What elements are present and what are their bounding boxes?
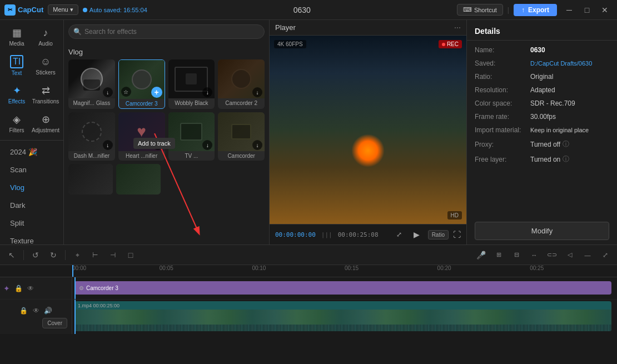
search-bar: 🔍: [64, 20, 269, 43]
autosave-text: Auto saved: 16:55:04: [89, 7, 147, 13]
shortcut-label: Shortcut: [474, 7, 497, 13]
tool-adjustment[interactable]: ⊕ Adjustment: [31, 109, 60, 138]
tracks-area: ✦ 🔒 👁 ⚙ Camcorder 3 🔒: [0, 277, 617, 334]
close-button[interactable]: ✕: [597, 4, 613, 16]
timeline-toolbar: ↖ ↺ ↻ ⌖ ⊢ ⊣ □ 🎤 ⊞ ⊟ ↔ ⊂⊃ ◁ — ⤢: [0, 245, 617, 265]
player-menu-icon[interactable]: ⋯: [454, 24, 461, 32]
play-button[interactable]: ▶: [410, 228, 424, 241]
tl-btn-3[interactable]: ↔: [527, 248, 541, 262]
download-icon-camcorder[interactable]: ↓: [252, 140, 262, 150]
shortcut-button[interactable]: ⌨ Shortcut: [457, 4, 503, 16]
player-video: 4K 60FPS REC HD: [270, 36, 466, 224]
expand-button[interactable]: ⤢: [392, 228, 406, 241]
minimize-button[interactable]: ─: [561, 4, 577, 16]
audio-icon-video[interactable]: 🔊: [43, 306, 53, 316]
tool-transitions[interactable]: ⇄ Transitions: [31, 80, 60, 109]
tool-media[interactable]: ▦ Media: [2, 22, 31, 51]
ratio-button[interactable]: Ratio: [428, 230, 449, 240]
effect-card-camcorder-2[interactable]: ↓ Camcorder 2: [218, 59, 265, 109]
playhead-effect: [74, 277, 76, 299]
trim-right-button[interactable]: ⊣: [106, 248, 120, 262]
sidebar-item-scan[interactable]: Scan: [3, 161, 60, 178]
detail-label-ratio: Ratio:: [475, 73, 530, 81]
sidebar-item-vlog[interactable]: Vlog: [3, 179, 60, 196]
download-icon-heart[interactable]: ↓: [153, 140, 163, 150]
video-track-bar[interactable]: 1.mp4 00:00:25:00: [74, 301, 611, 331]
left-sidebar: ▦ Media ♪ Audio TI Text ☺ Stickers ✦ Eff…: [0, 20, 64, 245]
download-icon-camcorder2[interactable]: ↓: [252, 87, 262, 97]
player-title: Player: [275, 23, 296, 32]
effects-icon: ✦: [13, 84, 21, 97]
detail-value-freelayer: Turned on: [530, 156, 560, 163]
effect-card-camcorder-3[interactable]: ☆ + Camcorder 3: [118, 59, 165, 109]
effect-card-magnif-glass[interactable]: ↓ Magnif... Glass: [68, 59, 115, 109]
eye-icon-video[interactable]: 👁: [31, 306, 41, 316]
detail-label-colorspace: Color space:: [475, 99, 530, 107]
window-controls: ─ □ ✕: [561, 4, 613, 16]
lock-icon-video[interactable]: 🔒: [19, 306, 29, 316]
effect-thumb-extra1: [68, 164, 113, 195]
effect-card-tv[interactable]: ↓ TV ...: [168, 112, 215, 161]
autosave-status: Auto saved: 16:55:04: [83, 7, 147, 13]
video-track-filename: 1.mp4 00:00:25:00: [78, 303, 120, 308]
export-button[interactable]: ↑ Export: [514, 4, 557, 16]
freelayer-info-icon[interactable]: ⓘ: [563, 154, 569, 164]
tl-btn-2[interactable]: ⊟: [509, 248, 524, 262]
effect-card-dash-mnifier[interactable]: ↓ Dash M...nifier: [68, 112, 115, 161]
detail-row-colorspace: Color space: SDR - Rec.709: [475, 99, 609, 107]
download-icon-dash[interactable]: ↓: [103, 140, 113, 150]
download-icon-magnif[interactable]: ↓: [103, 87, 113, 97]
modify-button[interactable]: Modify: [475, 222, 609, 240]
select-tool-button[interactable]: ↖: [4, 248, 19, 262]
autosave-dot: [83, 8, 87, 12]
tl-btn-4[interactable]: ⊂⊃: [545, 248, 559, 262]
cover-btn[interactable]: Cover: [42, 318, 67, 328]
sidebar-item-texture[interactable]: Texture: [3, 232, 60, 245]
microphone-button[interactable]: 🎤: [474, 248, 488, 262]
tl-btn-6[interactable]: —: [580, 248, 595, 262]
logo-text: CapCut: [18, 6, 43, 14]
topbar-right: ⌨ Shortcut | ↑ Export ─ □ ✕: [457, 4, 613, 16]
menu-button[interactable]: Menu ▾: [48, 4, 78, 15]
video-track-content: 1.mp4 00:00:25:00: [72, 300, 617, 334]
search-input[interactable]: [68, 24, 265, 39]
star-icon-camcorder3[interactable]: ☆: [121, 87, 131, 97]
tool-text[interactable]: TI Text: [2, 51, 31, 80]
tool-text-label: Text: [12, 70, 22, 76]
details-panel: Details Name: 0630 Saved: D:/CapCut Draf…: [467, 20, 617, 245]
effect-label-camcorder-2: Camcorder 2: [218, 98, 265, 108]
tl-btn-5[interactable]: ◁: [563, 248, 577, 262]
effect-card-wobbly-black[interactable]: ↓ Wobbly Black: [168, 59, 215, 109]
trim-left-button[interactable]: ⊢: [88, 248, 102, 262]
tool-filters[interactable]: ◈ Filters: [2, 109, 31, 138]
tool-effects[interactable]: ✦ Effects: [2, 80, 31, 109]
sidebar-item-2024[interactable]: 2024 🎉: [3, 143, 60, 161]
tl-btn-1[interactable]: ⊞: [491, 248, 506, 262]
proxy-info-icon[interactable]: ⓘ: [563, 139, 569, 149]
lock-icon-effect[interactable]: 🔒: [13, 283, 23, 293]
tool-stickers[interactable]: ☺ Stickers: [31, 51, 60, 80]
add-icon-camcorder3[interactable]: +: [151, 87, 162, 98]
effect-card-extra1[interactable]: [68, 164, 113, 195]
timeline-content: 00:00 00:05 00:10 00:15 00:20 00:25 ✦ 🔒 …: [0, 265, 617, 364]
maximize-button[interactable]: □: [579, 4, 595, 16]
undo-button[interactable]: ↺: [28, 248, 43, 262]
effect-card-camcorder[interactable]: ↓ Camcorder: [218, 112, 265, 161]
effect-card-heart-mnifier[interactable]: ♥ ↓ Heart ...nifier: [118, 112, 165, 161]
sidebar-item-dark[interactable]: Dark: [3, 197, 60, 214]
eye-icon-effect[interactable]: 👁: [26, 283, 36, 293]
split-button[interactable]: ⌖: [70, 248, 84, 262]
effect-card-extra2[interactable]: [116, 164, 161, 195]
delete-button[interactable]: □: [123, 248, 138, 262]
tool-audio[interactable]: ♪ Audio: [31, 22, 60, 51]
effect-track-bar[interactable]: ⚙ Camcorder 3: [74, 281, 611, 295]
rec-dot: [442, 43, 445, 46]
details-content: Name: 0630 Saved: D:/CapCut Drafts/0630 …: [467, 41, 617, 217]
fit-to-window-button[interactable]: ⤢: [598, 248, 613, 262]
sidebar-item-split[interactable]: Split: [3, 215, 60, 232]
detail-label-framerate: Frame rate:: [475, 113, 530, 121]
redo-button[interactable]: ↻: [46, 248, 61, 262]
detail-row-name: Name: 0630: [475, 46, 609, 54]
ruler-mark-15: 00:15: [345, 265, 359, 271]
fullscreen-button[interactable]: ⛶: [453, 230, 461, 239]
